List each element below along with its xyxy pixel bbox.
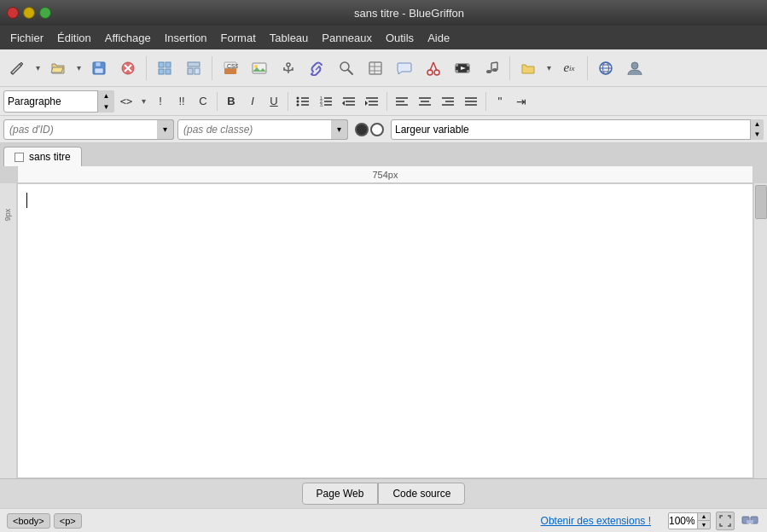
tab-label: sans titre — [29, 151, 71, 163]
layout-button[interactable] — [180, 55, 207, 82]
fullscreen-button[interactable] — [716, 512, 735, 530]
code-toggle-arrow[interactable]: ▾ — [138, 90, 148, 113]
script-button[interactable] — [420, 55, 447, 82]
quote-button[interactable]: " — [491, 90, 509, 113]
align-center-button[interactable] — [415, 90, 435, 113]
folder-dropdown-arrow[interactable]: ▾ — [543, 55, 554, 82]
dedent-icon — [342, 95, 356, 107]
ul-button[interactable] — [293, 90, 313, 113]
comment-button[interactable] — [391, 55, 418, 82]
radio-filled[interactable] — [355, 123, 369, 136]
width-up-button[interactable]: ▲ — [751, 119, 764, 130]
menu-tableau[interactable]: Tableau — [263, 28, 316, 48]
link-button[interactable] — [304, 55, 331, 82]
align-left-button[interactable] — [392, 90, 412, 113]
tab-page-web-label: Page Web — [317, 488, 364, 500]
id-dropdown-button[interactable]: ▾ — [157, 119, 174, 140]
edit-dropdown-arrow[interactable]: ▾ — [32, 55, 43, 82]
style-button[interactable]: CSS — [217, 55, 244, 82]
mark-button[interactable]: ! — [151, 90, 170, 113]
extensions-link[interactable]: Obtenir des extensions ! — [541, 515, 651, 527]
zoom-up-button[interactable]: ▲ — [697, 512, 711, 521]
minimize-window-button[interactable] — [23, 7, 35, 19]
class-dropdown-button[interactable]: ▾ — [331, 119, 348, 140]
style-select-wrap[interactable]: Paragraphe ▲ ▼ — [3, 90, 114, 113]
menu-panneaux[interactable]: Panneaux — [315, 28, 379, 48]
align-justify-button[interactable] — [461, 90, 481, 113]
folder-button[interactable] — [514, 55, 542, 82]
window-title: sans titre - BlueGriffon — [58, 7, 760, 20]
search-button[interactable] — [333, 55, 360, 82]
audio-button[interactable] — [478, 55, 505, 82]
dedent-button[interactable] — [339, 90, 359, 113]
menu-fichier[interactable]: Fichier — [3, 28, 50, 48]
svg-rect-1 — [96, 62, 101, 66]
maximize-window-button[interactable] — [39, 7, 51, 19]
code-toggle-button[interactable]: <> — [117, 90, 136, 113]
tab-sans-titre[interactable]: sans titre — [3, 147, 82, 166]
tab-code-source-label: Code source — [392, 488, 450, 500]
anchor-button[interactable] — [275, 55, 302, 82]
zoom-down-button[interactable]: ▼ — [697, 520, 711, 529]
sep3 — [509, 56, 510, 80]
idbar: ▾ ▾ Largeur variable Largeur fixe ▲ ▼ — [0, 116, 767, 143]
align-right-button[interactable] — [438, 90, 458, 113]
id-input[interactable] — [3, 119, 174, 140]
scrollbar-thumb[interactable] — [755, 185, 767, 219]
web-button[interactable] — [592, 55, 619, 82]
table-button[interactable] — [362, 55, 389, 82]
radio-hollow[interactable] — [370, 123, 384, 136]
open-dropdown-arrow[interactable]: ▾ — [73, 55, 84, 82]
menu-affichage[interactable]: Affichage — [98, 28, 158, 48]
edit-button[interactable] — [3, 55, 31, 82]
close-window-button[interactable] — [7, 7, 19, 19]
close-doc-icon — [120, 61, 136, 76]
indent2-button[interactable]: ⇥ — [512, 90, 531, 113]
menu-outils[interactable]: Outils — [379, 28, 421, 48]
ol-button[interactable]: 1. 2. 3. — [316, 90, 336, 113]
edit-icon — [9, 61, 25, 76]
open-button[interactable] — [44, 55, 72, 82]
svg-rect-6 — [159, 62, 164, 67]
right-scrollbar[interactable] — [753, 183, 767, 478]
indent-button[interactable] — [362, 90, 382, 113]
underline-button[interactable]: U — [264, 90, 283, 113]
svg-marker-69 — [365, 101, 368, 106]
window-controls[interactable] — [7, 7, 51, 19]
class-input[interactable] — [177, 119, 348, 140]
save-button[interactable] — [85, 55, 113, 82]
style-select[interactable]: Paragraphe — [3, 90, 114, 113]
menu-aide[interactable]: Aide — [421, 28, 456, 48]
zoom-wrap: ▲ ▼ — [668, 512, 711, 529]
save-icon — [91, 61, 107, 76]
statusbar-right: ▲ ▼ — [668, 511, 760, 531]
bold-button[interactable]: B — [222, 90, 241, 113]
close-button[interactable] — [114, 55, 142, 82]
comment-icon — [397, 61, 412, 76]
folder-icon2 — [520, 61, 536, 76]
italic-button[interactable]: I — [243, 90, 262, 113]
media-button[interactable] — [449, 55, 476, 82]
width-down-button[interactable]: ▼ — [751, 130, 764, 140]
body-tag[interactable]: <body> — [7, 513, 50, 529]
bottom-tabs: Page Web Code source — [0, 478, 767, 508]
p-tag[interactable]: <p> — [54, 513, 82, 529]
align-justify-icon — [464, 95, 478, 107]
addon-icon — [741, 512, 758, 529]
dbl-mark-button[interactable]: !! — [172, 90, 191, 113]
tab-page-web[interactable]: Page Web — [302, 483, 379, 505]
addon-button[interactable] — [740, 511, 760, 531]
svg-rect-12 — [195, 68, 200, 74]
menu-insertion[interactable]: Insertion — [158, 28, 214, 48]
c-button[interactable]: C — [194, 90, 212, 113]
width-select[interactable]: Largeur variable Largeur fixe — [391, 119, 764, 140]
tab-code-source[interactable]: Code source — [378, 483, 465, 505]
fmt-sep3 — [386, 92, 387, 111]
image-button[interactable] — [246, 55, 273, 82]
user-button[interactable] — [621, 55, 648, 82]
editor-canvas[interactable] — [17, 183, 753, 478]
math-button[interactable]: eix — [555, 55, 583, 82]
menu-format[interactable]: Format — [214, 28, 263, 48]
menu-edition[interactable]: Édition — [50, 28, 98, 48]
grid-view-button[interactable] — [151, 55, 178, 82]
